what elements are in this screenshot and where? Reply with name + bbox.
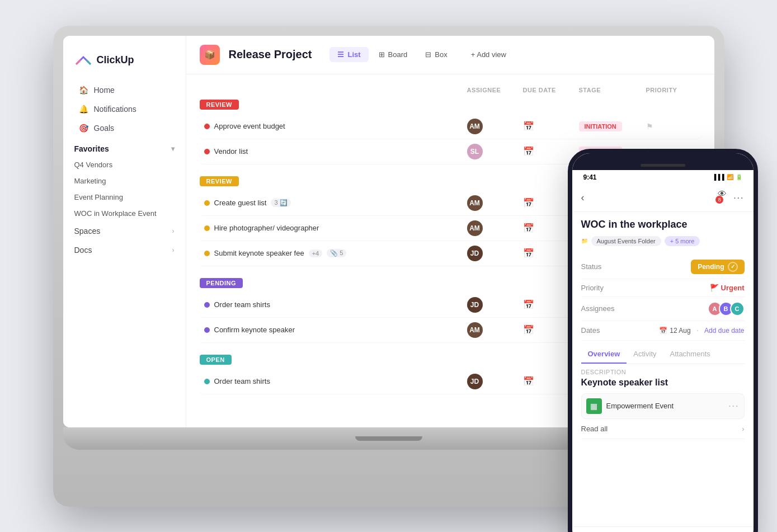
battery-icon: 🔋 (736, 174, 742, 180)
calendar-icon: 📅 (523, 376, 534, 386)
folder-icon: 📁 (581, 238, 588, 244)
task-name-text: Approve event budget (214, 122, 285, 130)
desc-title: Keynote speaker list (581, 378, 745, 388)
task-name-text: Confirm keynote speaker (214, 326, 295, 334)
avatar: JD (467, 374, 483, 389)
sheets-icon: ▦ (590, 402, 597, 411)
tab-board[interactable]: ⊞ Board (371, 47, 416, 62)
sidebar-item-goals[interactable]: 🎯 Goals (68, 119, 181, 137)
priority-row: Priority 🚩 Urgent (581, 279, 745, 297)
back-button[interactable]: ‹ (581, 192, 585, 204)
top-bar: 📦 Release Project ☰ List ⊞ Board ⊟ (186, 36, 714, 74)
priority-value[interactable]: 🚩 Urgent (710, 284, 745, 292)
col-stage: STAGE (579, 87, 646, 93)
doc-options-icon[interactable]: ··· (728, 401, 739, 411)
task-dot (204, 200, 210, 206)
fav-item-marketing[interactable]: Marketing (63, 173, 186, 189)
favorites-section-header: Favorites ▾ (63, 138, 186, 157)
fav-item-q4vendors[interactable]: Q4 Vendors (63, 157, 186, 173)
notification-badge: 8 (715, 196, 723, 204)
flag-urgent-icon: 🚩 (710, 284, 719, 292)
status-badge[interactable]: Pending ✓ (691, 260, 744, 274)
calendar-icon: 📅 (523, 325, 534, 335)
group-badge-pending: PENDING (200, 278, 243, 288)
add-view-button[interactable]: + Add view (464, 47, 513, 62)
calendar-icon: 📅 (523, 121, 534, 131)
dates-value: 📅 12 Aug · Add due date (659, 326, 744, 336)
more-options-icon[interactable]: ··· (733, 193, 744, 203)
phone-pill (641, 164, 685, 167)
tab-activity[interactable]: Activity (627, 345, 663, 364)
docs-label: Docs (74, 246, 92, 255)
avatar: AM (467, 322, 483, 338)
doc-icon: ▦ (586, 398, 602, 414)
stage-badge: INITIATION (579, 121, 622, 131)
phone-content: WOC in the workplace 📁 August Events Fol… (572, 212, 754, 526)
project-icon: 📦 (200, 45, 220, 65)
task-name-text: Create guest list (214, 199, 267, 207)
chevron-right-read-all: › (742, 425, 744, 433)
mobile-overlay: 9:41 ▐▐▐ 📶 🔋 ‹ 👁 8 ··· WOC in the workpl… (568, 149, 758, 533)
task-name-text: Hire photographer/ videographer (214, 224, 319, 232)
check-circle-icon: ✓ (728, 262, 738, 272)
chevron-down-icon: ▾ (171, 145, 175, 153)
status-value: Pending ✓ (691, 260, 744, 274)
phone-action-buttons: 👁 8 ··· (718, 189, 744, 207)
task-name-text: Order team shirts (214, 377, 270, 385)
wifi-icon: 📶 (727, 174, 733, 180)
date-separator: · (696, 326, 699, 336)
sidebar-item-spaces[interactable]: Spaces › (63, 222, 186, 240)
task-dot (204, 124, 210, 129)
fav-item-event-planning[interactable]: Event Planning (63, 189, 186, 205)
avatar: AM (467, 195, 483, 211)
sidebar-item-notifications[interactable]: 🔔 Notifications (68, 100, 181, 118)
tab-attachments[interactable]: Attachments (663, 345, 717, 364)
phone-status-bar: 9:41 ▐▐▐ 📶 🔋 (572, 170, 754, 185)
status-row: Status Pending ✓ (581, 255, 745, 279)
task-name-text: Submit keynote speaker fee (214, 249, 304, 257)
priority-text: Urgent (721, 284, 745, 292)
goals-icon: 🎯 (79, 124, 88, 133)
logo-text: ClickUp (97, 54, 134, 66)
flag-icon: ⚑ (646, 122, 653, 131)
logo-area: ClickUp (63, 47, 186, 81)
breadcrumb-more[interactable]: + 5 more (665, 236, 700, 246)
view-tabs: ☰ List ⊞ Board ⊟ Box (329, 47, 455, 62)
start-date: 📅 12 Aug (659, 327, 690, 335)
tab-overview[interactable]: Overview (581, 345, 627, 364)
tab-list[interactable]: ☰ List (329, 47, 368, 62)
assignee-avatar-3: C (730, 302, 745, 316)
sidebar-item-home[interactable]: 🏠 Home (68, 81, 181, 99)
dates-label: Dates (581, 326, 600, 335)
phone-status-icons: ▐▐▐ 📶 🔋 (712, 174, 742, 180)
table-row[interactable]: Approve event budget AM 📅 INITIATION ⚑ (200, 114, 701, 139)
sidebar-goals-label: Goals (94, 124, 115, 133)
breadcrumb-folder[interactable]: August Events Folder (591, 236, 661, 246)
notifications-icon: 🔔 (79, 105, 88, 114)
calendar-icon: 📅 (523, 248, 534, 258)
tab-box[interactable]: ⊟ Box (417, 47, 455, 62)
assignees-row: Assignees A B C (581, 297, 745, 321)
col-task (204, 87, 467, 93)
list-tab-label: List (347, 50, 360, 59)
eye-icon[interactable]: 👁 8 (718, 189, 727, 207)
phone-time: 9:41 (583, 173, 597, 181)
date-text: 12 Aug (670, 327, 690, 335)
add-due-date-button[interactable]: Add due date (704, 327, 744, 335)
read-all-text: Read all (581, 425, 608, 433)
phone-notch (572, 153, 754, 170)
task-dot (204, 149, 210, 154)
avatar: AM (467, 119, 483, 134)
read-all-link[interactable]: Read all › (581, 419, 745, 439)
calendar-icon: 📅 (523, 223, 534, 233)
spaces-label: Spaces (74, 227, 101, 236)
avatar: JD (467, 297, 483, 313)
phone-nav: ‹ 👁 8 ··· (572, 185, 754, 212)
col-due-date: DUE DATE (523, 87, 579, 93)
avatar: JD (467, 246, 483, 261)
favorites-list: Q4 Vendors Marketing Event Planning WOC … (63, 157, 186, 222)
task-name-text: Order team shirts (214, 300, 270, 309)
sidebar-item-docs[interactable]: Docs › (63, 241, 186, 259)
fav-item-woc[interactable]: WOC in Workplace Event (63, 205, 186, 222)
cal-icon-date: 📅 (659, 327, 667, 335)
